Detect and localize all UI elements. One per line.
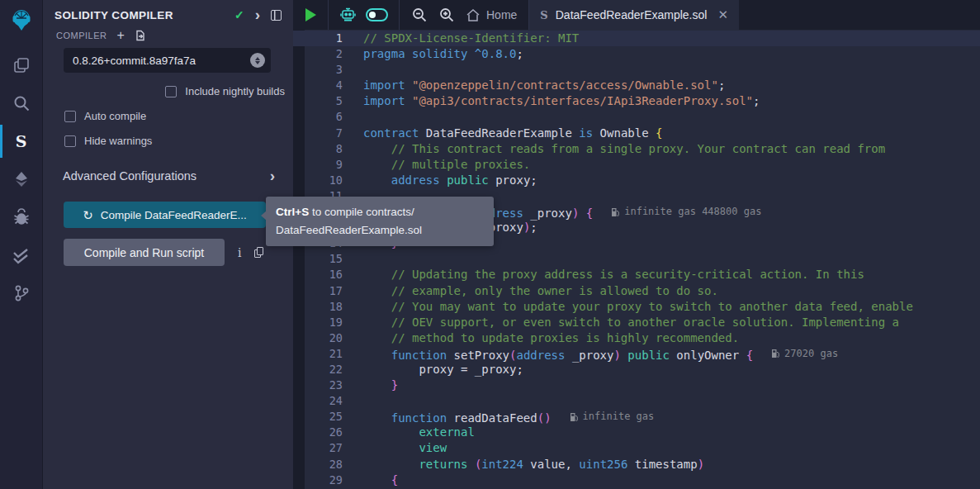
code-line: 16 // Updating the proxy address is a se… bbox=[293, 267, 980, 282]
sidebar-item-unit-testing[interactable] bbox=[0, 236, 43, 274]
auto-compile-row: Auto compile bbox=[43, 110, 293, 122]
code-line: 23 } bbox=[293, 377, 980, 393]
tooltip-shortcut: Ctrl+S bbox=[276, 206, 309, 218]
icon-sidebar: S bbox=[0, 0, 43, 489]
line-number: 4 bbox=[293, 78, 350, 93]
advanced-configurations-label: Advanced Configurations bbox=[63, 169, 196, 183]
code-line: 28 returns (int224 value, uint256 timest… bbox=[293, 457, 980, 472]
line-number: 21 bbox=[293, 346, 350, 362]
code-line: 20 // method to update proxies is highly… bbox=[293, 330, 980, 346]
ai-copilot-robot-icon[interactable] bbox=[339, 7, 357, 23]
panel-header: SOLIDITY COMPILER ✓ › bbox=[43, 0, 293, 25]
compile-and-run-row: Compile and Run script i bbox=[64, 239, 293, 266]
solidity-compiler-panel: SOLIDITY COMPILER ✓ › COMPILER + 0.8.26+… bbox=[43, 0, 293, 489]
double-check-icon bbox=[12, 246, 31, 264]
line-number: 2 bbox=[293, 46, 350, 62]
code-line: 18 // You may want to update your proxy … bbox=[293, 299, 980, 315]
line-number: 9 bbox=[293, 157, 350, 173]
load-compiler-from-file-icon[interactable] bbox=[135, 30, 146, 41]
hide-warnings-label: Hide warnings bbox=[84, 135, 152, 147]
remix-logo-icon bbox=[7, 6, 36, 36]
line-number: 1 bbox=[293, 31, 350, 46]
code-line: 6 bbox=[293, 109, 980, 125]
refresh-icon: ↻ bbox=[83, 209, 93, 221]
nightly-builds-checkbox[interactable] bbox=[165, 86, 177, 97]
home-tab-label: Home bbox=[486, 8, 517, 21]
copy-icon[interactable] bbox=[254, 247, 263, 258]
code-editor[interactable]: 1// SPDX-License-Identifier: MIT2pragma … bbox=[293, 30, 980, 489]
line-number: 6 bbox=[293, 109, 350, 125]
code-line: 24 bbox=[293, 393, 980, 409]
compile-button-label: Compile DataFeedReaderE... bbox=[101, 209, 247, 221]
solidity-file-icon: S bbox=[540, 9, 547, 21]
code-line: 2pragma solidity ^0.8.0; bbox=[293, 46, 980, 62]
close-tab-icon[interactable]: ✕ bbox=[717, 7, 728, 22]
code-line: 9 // multiple proxies. bbox=[293, 157, 980, 173]
add-compiler-icon[interactable]: + bbox=[116, 31, 124, 40]
sidebar-item-solidity-compiler[interactable]: S bbox=[0, 122, 43, 160]
run-script-play-button[interactable] bbox=[305, 8, 316, 21]
gas-estimate-badge: infinite gas 448800 gas bbox=[611, 204, 761, 220]
sidebar-item-deploy-run[interactable] bbox=[0, 160, 43, 198]
debugger-bug-icon bbox=[12, 208, 31, 226]
deploy-run-icon bbox=[12, 170, 31, 188]
line-number: 22 bbox=[293, 362, 350, 377]
tab-home[interactable]: Home bbox=[466, 8, 517, 22]
home-icon bbox=[466, 8, 481, 22]
sidebar-item-file-explorer[interactable] bbox=[0, 46, 43, 84]
gas-pump-icon bbox=[570, 412, 578, 422]
line-number: 18 bbox=[293, 299, 350, 315]
pin-panel-icon[interactable] bbox=[271, 10, 282, 21]
line-number: 10 bbox=[293, 173, 350, 188]
toggle-knob bbox=[369, 12, 376, 18]
tab-datafeedreaderexample[interactable]: S DataFeedReaderExample.sol ✕ bbox=[529, 0, 739, 30]
panel-title: SOLIDITY COMPILER bbox=[54, 9, 234, 21]
gas-pump-icon bbox=[771, 349, 779, 358]
advanced-configurations-toggle[interactable]: Advanced Configurations › bbox=[43, 169, 293, 183]
compile-and-run-button[interactable]: Compile and Run script bbox=[64, 239, 225, 266]
zoom-in-icon[interactable] bbox=[438, 7, 455, 23]
nightly-builds-row: Include nightly builds bbox=[43, 85, 293, 97]
ai-copilot-toggle[interactable] bbox=[366, 8, 388, 21]
code-line: 3 bbox=[293, 62, 980, 78]
code-line: 1// SPDX-License-Identifier: MIT bbox=[293, 31, 980, 46]
nightly-builds-label: Include nightly builds bbox=[185, 85, 285, 97]
line-number: 16 bbox=[293, 267, 350, 282]
line-number: 17 bbox=[293, 283, 350, 299]
hide-warnings-checkbox[interactable] bbox=[64, 135, 76, 147]
editor-tabbar: Home S DataFeedReaderExample.sol ✕ bbox=[293, 0, 980, 30]
sidebar-item-search[interactable] bbox=[0, 84, 43, 122]
code-line: 15 bbox=[293, 251, 980, 267]
code-line: 26 external bbox=[293, 425, 980, 440]
code-line: 10 address public proxy; bbox=[293, 173, 980, 188]
code-line: 21 function setProxy(address _proxy) pub… bbox=[293, 346, 980, 362]
code-line: 17 // example, only the owner is allowed… bbox=[293, 283, 980, 299]
code-line: 4import "@openzeppelin/contracts/access/… bbox=[293, 78, 980, 93]
sidebar-item-debugger[interactable] bbox=[0, 198, 43, 236]
code-line: 5import "@api3/contracts/interfaces/IApi… bbox=[293, 93, 980, 109]
remix-ide-window: S bbox=[0, 0, 980, 489]
compiler-section-row: COMPILER + bbox=[43, 25, 293, 41]
sidebar-item-home-logo[interactable] bbox=[0, 0, 43, 41]
gas-pump-icon bbox=[611, 207, 619, 217]
line-number: 3 bbox=[293, 62, 350, 78]
collapse-panel-chevron-icon[interactable]: › bbox=[255, 10, 260, 20]
line-number: 29 bbox=[293, 472, 350, 488]
line-number: 25 bbox=[293, 409, 350, 425]
compile-button[interactable]: ↻ Compile DataFeedReaderE... bbox=[64, 202, 266, 228]
advanced-chevron-icon: › bbox=[270, 171, 275, 181]
line-number: 8 bbox=[293, 141, 350, 157]
code-line: 29 { bbox=[293, 472, 980, 488]
hide-warnings-row: Hide warnings bbox=[43, 135, 293, 147]
line-number: 26 bbox=[293, 425, 350, 440]
line-number: 28 bbox=[293, 457, 350, 472]
code-line: 27 view bbox=[293, 440, 980, 456]
solidity-compiler-icon: S bbox=[16, 132, 27, 150]
file-tab-label: DataFeedReaderExample.sol bbox=[556, 8, 708, 21]
info-icon: i bbox=[238, 246, 241, 259]
git-branch-icon bbox=[12, 284, 31, 302]
sidebar-item-git[interactable] bbox=[0, 274, 43, 312]
zoom-out-icon[interactable] bbox=[411, 7, 428, 23]
auto-compile-checkbox[interactable] bbox=[64, 111, 76, 122]
compiler-version-dropdown[interactable]: 0.8.26+commit.8a97fa7a bbox=[64, 48, 271, 73]
